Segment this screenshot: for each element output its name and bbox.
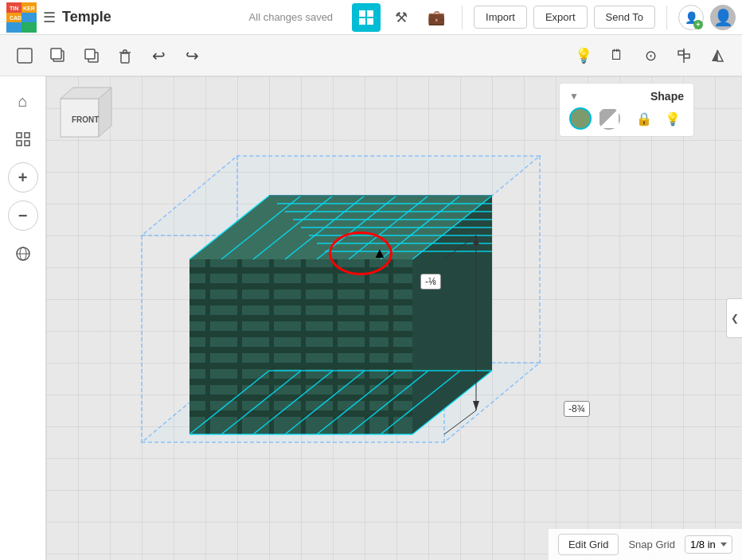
logo: TIN KER CAD	[6, 2, 37, 33]
snap-grid-label: Snap Grid	[628, 539, 675, 550]
import-button[interactable]: Import	[474, 6, 527, 29]
svg-rect-28	[17, 133, 21, 138]
project-title: Temple	[62, 9, 243, 25]
save-status: All changes saved	[249, 11, 334, 23]
right-panel-collapse-tab[interactable]: ❮	[726, 298, 742, 338]
svg-rect-31	[25, 141, 29, 146]
svg-text:KER: KER	[23, 6, 35, 11]
menu-icon[interactable]: ☰	[43, 9, 56, 26]
delete-button[interactable]	[110, 41, 140, 71]
shape-panel: ▼ Shape 🔒 💡	[559, 83, 694, 137]
add-user-button[interactable]: 👤+	[678, 5, 704, 30]
svg-rect-60	[301, 259, 306, 434]
undo-button[interactable]: ↩	[143, 41, 174, 71]
shape-panel-collapse-icon[interactable]: ▼	[569, 91, 579, 102]
svg-rect-24	[678, 51, 684, 55]
circle-tool-button[interactable]: ⊙	[635, 41, 666, 71]
briefcase-view-button[interactable]: 💼	[422, 3, 451, 32]
top-bar: TIN KER CAD ☰ Temple All changes saved ⚒…	[0, 0, 742, 35]
svg-rect-58	[237, 259, 242, 434]
toolbar: ↩ ↪ 💡 🗒 ⊙	[0, 35, 742, 76]
visibility-icon[interactable]: 💡	[662, 107, 684, 130]
svg-rect-4	[6, 22, 21, 33]
export-button[interactable]: Export	[533, 6, 588, 29]
edit-grid-button[interactable]: Edit Grid	[558, 534, 619, 555]
svg-rect-5	[21, 22, 37, 33]
svg-rect-15	[51, 49, 61, 59]
svg-rect-29	[25, 133, 29, 138]
svg-rect-25	[684, 54, 689, 58]
svg-rect-30	[17, 141, 21, 146]
zoom-out-button[interactable]: −	[8, 200, 38, 231]
align-button[interactable]	[669, 41, 699, 71]
svg-rect-3	[21, 13, 37, 22]
svg-rect-63	[389, 259, 393, 434]
copy-button[interactable]	[43, 41, 73, 71]
main-area: ⌂ + − FRONT	[0, 76, 742, 560]
send-to-button[interactable]: Send To	[594, 6, 655, 29]
view-cube-button[interactable]	[8, 239, 38, 269]
3d-model	[94, 108, 651, 554]
svg-rect-59	[269, 259, 274, 434]
grid-view-button[interactable]	[352, 3, 381, 32]
svg-rect-11	[359, 18, 365, 25]
new-shape-button[interactable]	[10, 41, 40, 71]
svg-text:TIN: TIN	[10, 6, 18, 11]
hammer-view-button[interactable]: ⚒	[387, 3, 416, 32]
left-sidebar: ⌂ + −	[0, 76, 46, 560]
flip-button[interactable]	[702, 41, 732, 71]
shape-color-hole[interactable]	[598, 107, 620, 130]
shape-color-solid[interactable]	[569, 107, 592, 130]
svg-marker-27	[717, 50, 723, 61]
svg-rect-17	[85, 49, 95, 59]
svg-rect-13	[18, 49, 32, 63]
avatar[interactable]: 👤	[710, 5, 736, 30]
svg-text:CAD: CAD	[10, 15, 21, 21]
svg-rect-12	[367, 18, 373, 25]
svg-rect-62	[365, 259, 369, 434]
top-dimension-label: -⅛	[420, 274, 441, 290]
svg-rect-18	[121, 53, 129, 63]
redo-button[interactable]: ↪	[177, 41, 207, 71]
right-dimension-label: -8¾	[564, 401, 590, 417]
zoom-in-button[interactable]: +	[8, 162, 38, 192]
svg-rect-57	[205, 259, 210, 434]
direction-arrow: ▲	[373, 245, 387, 262]
fit-all-button[interactable]	[8, 124, 38, 154]
duplicate-button[interactable]	[76, 41, 107, 71]
note-tool-button[interactable]: 🗒	[602, 41, 632, 71]
shape-panel-title: Shape	[650, 90, 684, 103]
viewport[interactable]: FRONT	[46, 76, 742, 560]
home-view-button[interactable]: ⌂	[8, 86, 38, 116]
snap-grid-select[interactable]: 1/8 in1/4 in1/2 in1 in2 in	[685, 535, 732, 554]
svg-rect-9	[359, 10, 365, 17]
svg-marker-26	[712, 50, 717, 61]
svg-rect-61	[333, 259, 338, 434]
light-tool-button[interactable]: 💡	[568, 41, 599, 71]
svg-rect-10	[367, 10, 373, 17]
lock-icon[interactable]: 🔒	[633, 107, 655, 130]
bottom-bar: Edit Grid Snap Grid 1/8 in1/4 in1/2 in1 …	[549, 529, 742, 560]
